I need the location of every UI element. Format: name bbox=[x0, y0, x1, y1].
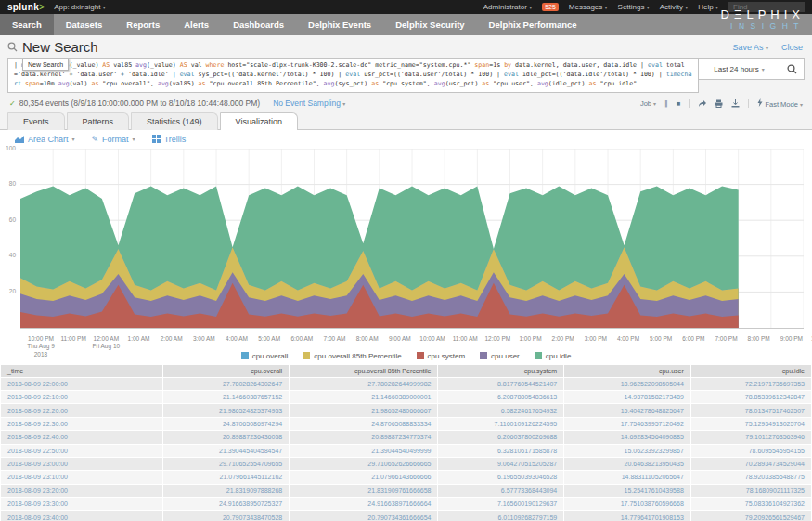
cell-value[interactable]: 20.790734361666654 bbox=[290, 511, 437, 521]
tab-visualization[interactable]: Visualization bbox=[220, 112, 298, 130]
pause-button[interactable]: ∥ bbox=[664, 99, 668, 108]
cell-value[interactable]: 79.20926561529467 bbox=[691, 511, 811, 521]
job-menu[interactable]: Job ▾ bbox=[640, 99, 656, 108]
nav-item-delphix-performance[interactable]: Delphix Performance bbox=[477, 14, 589, 35]
column-header-cpu-idle[interactable]: cpu.idle bbox=[691, 365, 811, 377]
cell-time[interactable]: 2018-08-09 23:20:00 bbox=[1, 485, 162, 497]
cell-value[interactable]: 24.916638950725327 bbox=[163, 498, 290, 510]
cell-value[interactable]: 24.87065086974294 bbox=[163, 418, 290, 430]
cell-value[interactable]: 21.390445404584547 bbox=[163, 445, 290, 457]
nav-item-alerts[interactable]: Alerts bbox=[172, 14, 221, 35]
cell-value[interactable]: 14.883111052065647 bbox=[564, 471, 690, 483]
cell-value[interactable]: 6.196550393046528 bbox=[438, 471, 563, 483]
cell-value[interactable]: 21.8319097888268 bbox=[163, 485, 290, 497]
cell-value[interactable]: 72.21971735697353 bbox=[691, 378, 811, 390]
cell-time[interactable]: 2018-08-09 23:40:00 bbox=[1, 511, 162, 521]
cell-time[interactable]: 2018-08-09 23:30:00 bbox=[1, 498, 162, 510]
activity-menu[interactable]: Activity ▾ bbox=[660, 3, 689, 11]
cell-value[interactable]: 70.28934734529044 bbox=[691, 458, 811, 470]
cell-value[interactable]: 15.06233923299867 bbox=[564, 445, 690, 457]
cell-value[interactable]: 14.779641701908153 bbox=[564, 511, 690, 521]
column-header-cpu-overall[interactable]: cpu.overall bbox=[163, 365, 290, 377]
cell-value[interactable]: 20.64638213950435 bbox=[564, 458, 690, 470]
cell-value[interactable]: 20.89887234775374 bbox=[290, 431, 437, 443]
nav-item-search[interactable]: Search bbox=[0, 14, 54, 35]
cell-value[interactable]: 7.165600190129637 bbox=[438, 498, 563, 510]
cell-value[interactable]: 27.780282644999982 bbox=[290, 378, 437, 390]
cell-value[interactable]: 21.07966143666666 bbox=[290, 471, 437, 483]
close-button[interactable]: Close bbox=[781, 43, 803, 52]
cell-value[interactable]: 75.12934913025704 bbox=[691, 418, 811, 430]
cell-time[interactable]: 2018-08-09 22:20:00 bbox=[1, 404, 162, 416]
app-menu[interactable]: App: dxinsight ▾ bbox=[54, 3, 106, 11]
cell-value[interactable]: 15.404278648825647 bbox=[564, 404, 690, 416]
cell-value[interactable]: 21.14660387657152 bbox=[163, 391, 290, 403]
cell-value[interactable]: 29.710652554709655 bbox=[163, 458, 290, 470]
cell-time[interactable]: 2018-08-09 22:50:00 bbox=[1, 445, 162, 457]
column-header-cpu-overall-85th-percentile[interactable]: cpu.overall 85th Percentile bbox=[290, 365, 437, 377]
nav-item-delphix-security[interactable]: Delphix Security bbox=[383, 14, 476, 35]
cell-value[interactable]: 78.85339612342847 bbox=[691, 391, 811, 403]
cell-value[interactable]: 21.14660389000001 bbox=[290, 391, 437, 403]
messages-menu[interactable]: Messages ▾ bbox=[569, 3, 608, 11]
chart-type-button[interactable]: Area Chart ▾ bbox=[15, 135, 75, 144]
tab-statistics-149[interactable]: Statistics (149) bbox=[131, 112, 218, 130]
cell-time[interactable]: 2018-08-09 22:30:00 bbox=[1, 418, 162, 430]
cell-value[interactable]: 8.817760544521407 bbox=[438, 378, 563, 390]
format-button[interactable]: ✎ Format ▾ bbox=[92, 135, 135, 144]
cell-value[interactable]: 14.692834564090885 bbox=[564, 431, 690, 443]
cell-time[interactable]: 2018-08-09 22:00:00 bbox=[1, 378, 162, 390]
cell-value[interactable]: 6.208788054836613 bbox=[438, 391, 563, 403]
nav-item-dashboards[interactable]: Dashboards bbox=[221, 14, 296, 35]
search-submit-button[interactable] bbox=[780, 58, 805, 80]
search-query-input[interactable]: | mstats perc85(_value) AS val85 avg(_va… bbox=[7, 58, 699, 93]
cell-value[interactable]: 14.93781582173489 bbox=[564, 391, 690, 403]
stop-button[interactable]: ■ bbox=[677, 99, 681, 108]
column-header-time[interactable]: _time bbox=[1, 365, 162, 377]
cell-value[interactable]: 78.6095545954155 bbox=[691, 445, 811, 457]
tab-patterns[interactable]: Patterns bbox=[67, 112, 130, 130]
splunk-logo[interactable]: splunk> bbox=[7, 2, 45, 12]
cell-value[interactable]: 20.89887236436058 bbox=[163, 431, 290, 443]
search-mode-menu[interactable]: Fast Mode ▾ bbox=[757, 98, 803, 109]
share-button[interactable] bbox=[698, 99, 706, 108]
print-button[interactable] bbox=[715, 99, 723, 108]
cell-value[interactable]: 7.1160109126224595 bbox=[438, 418, 563, 430]
cell-time[interactable]: 2018-08-09 23:10:00 bbox=[1, 471, 162, 483]
column-header-cpu-system[interactable]: cpu.system bbox=[438, 365, 563, 377]
event-sampling-menu[interactable]: No Event Sampling ▾ bbox=[273, 98, 345, 108]
save-as-button[interactable]: Save As ▾ bbox=[732, 43, 768, 52]
export-button[interactable] bbox=[731, 99, 740, 108]
cell-value[interactable]: 21.079661445112162 bbox=[163, 471, 290, 483]
cell-value[interactable]: 79.10112763563946 bbox=[691, 431, 811, 443]
cell-value[interactable]: 78.92033855488775 bbox=[691, 471, 811, 483]
cell-value[interactable]: 6.328106171585878 bbox=[438, 445, 563, 457]
cell-value[interactable]: 20.79073438470528 bbox=[163, 511, 290, 521]
cell-value[interactable]: 27.78028264302647 bbox=[163, 378, 290, 390]
cell-value[interactable]: 21.39044540499999 bbox=[290, 445, 437, 457]
cell-value[interactable]: 78.01347517462507 bbox=[691, 404, 811, 416]
cell-value[interactable]: 9.064270515205287 bbox=[438, 458, 563, 470]
cell-value[interactable]: 75.08336104927362 bbox=[691, 498, 811, 510]
cell-value[interactable]: 17.754639957120492 bbox=[564, 418, 690, 430]
column-header-cpu-user[interactable]: cpu.user bbox=[564, 365, 690, 377]
cell-value[interactable]: 21.98652480666667 bbox=[290, 404, 437, 416]
cell-time[interactable]: 2018-08-09 22:10:00 bbox=[1, 391, 162, 403]
cell-value[interactable]: 6.011092682797159 bbox=[438, 511, 563, 521]
user-menu[interactable]: Administrator ▾ bbox=[483, 3, 532, 11]
cell-value[interactable]: 6.206037800269688 bbox=[438, 431, 563, 443]
chart-plot-area[interactable] bbox=[20, 149, 804, 330]
cell-value[interactable]: 24.87065088833334 bbox=[290, 418, 437, 430]
cell-value[interactable]: 6.58224617654932 bbox=[438, 404, 563, 416]
trellis-button[interactable]: Trellis bbox=[152, 135, 187, 144]
cell-value[interactable]: 21.831909761666658 bbox=[290, 485, 437, 497]
cell-value[interactable]: 21.986524825374953 bbox=[163, 404, 290, 416]
cell-value[interactable]: 24.916638971666664 bbox=[290, 498, 437, 510]
nav-item-datasets[interactable]: Datasets bbox=[54, 14, 115, 35]
help-menu[interactable]: Help ▾ bbox=[698, 3, 718, 11]
cell-value[interactable]: 15.25417610439588 bbox=[564, 485, 690, 497]
cell-value[interactable]: 17.751038760596668 bbox=[564, 498, 690, 510]
settings-menu[interactable]: Settings ▾ bbox=[618, 3, 650, 11]
cell-time[interactable]: 2018-08-09 22:40:00 bbox=[1, 431, 162, 443]
cell-value[interactable]: 78.16809021117325 bbox=[691, 485, 811, 497]
